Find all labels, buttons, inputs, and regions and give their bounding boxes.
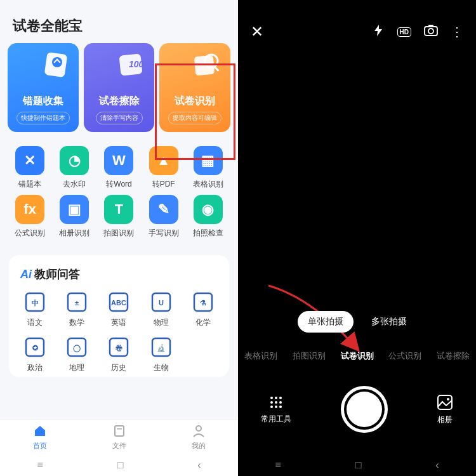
subjects-grid: 中语文±数学ABC英语U物理⚗化学✪政治◯地理卷历史🔬生物 — [15, 291, 223, 373]
tool-item-6[interactable]: ▣相册识别 — [53, 195, 95, 239]
subject-2[interactable]: ABC英语 — [99, 291, 138, 328]
tool-item-7[interactable]: T拍图识别 — [98, 195, 140, 239]
mode-tab-2[interactable]: 试卷识别 — [341, 350, 374, 362]
subject-icon: ABC — [106, 291, 131, 314]
tool-label: 表格识别 — [193, 179, 223, 190]
svg-text:ABC: ABC — [112, 299, 127, 307]
nav-icon — [33, 424, 47, 440]
subject-3[interactable]: U物理 — [142, 291, 181, 328]
nav-item-0[interactable]: 首页 — [0, 420, 79, 454]
subject-label: 生物 — [154, 362, 169, 373]
tool-item-4[interactable]: ▦表格识别 — [187, 146, 229, 190]
svg-text:◯: ◯ — [73, 344, 81, 352]
subject-7[interactable]: 卷历史 — [99, 336, 138, 373]
subject-8[interactable]: 🔬生物 — [142, 336, 181, 373]
section-title-text: 教师问答 — [34, 267, 80, 282]
grid-dots-icon — [268, 395, 284, 410]
subject-icon: U — [149, 291, 174, 314]
more-button[interactable]: ⋮ — [451, 24, 463, 39]
camera-tools: HD ⋮ — [372, 24, 463, 39]
nav-item-2[interactable]: 我的 — [159, 420, 238, 454]
tool-item-2[interactable]: W转Word — [98, 146, 140, 190]
back-icon[interactable]: ‹ — [435, 459, 439, 471]
camera-top-bar: ✕ HD ⋮ — [238, 23, 476, 41]
card-recognize-paper[interactable]: 试卷识别 提取内容可编辑 — [159, 43, 230, 132]
nav-item-1[interactable]: 文件 — [79, 420, 159, 454]
camera-switch-button[interactable] — [424, 25, 438, 39]
eraser-icon: 100 — [111, 51, 147, 79]
tool-label: 拍照检查 — [193, 228, 223, 239]
recents-icon[interactable]: ≡ — [275, 459, 281, 471]
mode-tab-0[interactable]: 表格识别 — [244, 350, 277, 362]
close-button[interactable]: ✕ — [251, 23, 263, 41]
tool-label: 相册识别 — [59, 228, 89, 239]
nav-label: 文件 — [112, 441, 126, 451]
tool-label: 公式识别 — [15, 228, 45, 239]
hd-button[interactable]: HD — [397, 27, 411, 37]
tool-item-3[interactable]: ▲转PDF — [143, 146, 185, 190]
subject-label: 语文 — [27, 317, 43, 328]
tool-item-1[interactable]: ◔去水印 — [53, 146, 95, 190]
svg-point-35 — [279, 397, 282, 399]
common-tools-button[interactable]: 常用工具 — [261, 395, 291, 425]
album-label: 相册 — [437, 414, 453, 425]
album-button[interactable]: 相册 — [437, 394, 453, 425]
home-icon[interactable]: □ — [117, 459, 124, 471]
shot-mode-0[interactable]: 单张拍摄 — [298, 311, 354, 333]
subject-6[interactable]: ◯地理 — [57, 336, 96, 373]
card-error-collect[interactable]: 错题收集 快捷制作错题本 — [8, 43, 79, 132]
gallery-icon — [437, 394, 453, 411]
card-erase-paper[interactable]: 100 试卷擦除 清除手写内容 — [84, 43, 155, 132]
subject-4[interactable]: ⚗化学 — [183, 291, 223, 328]
card-title: 错题收集 — [23, 95, 63, 108]
subject-5[interactable]: ✪政治 — [15, 336, 55, 373]
tool-label: 转Word — [106, 179, 131, 190]
app-home-screen: 试卷全能宝 错题收集 快捷制作错题本 100 试卷擦除 清除手写内容 试卷识别 … — [0, 0, 238, 476]
camera-screen: ✕ HD ⋮ 单张拍摄多张拍摄 表格识别拍图识别试卷识别公式识别试卷擦除 常用工… — [238, 0, 476, 476]
tool-label: 错题本 — [18, 179, 41, 190]
tool-label: 拍图识别 — [103, 228, 134, 239]
tool-item-0[interactable]: ✕错题本 — [9, 146, 51, 190]
card-title: 试卷擦除 — [99, 95, 140, 108]
tool-item-9[interactable]: ◉拍照检查 — [187, 195, 229, 239]
svg-text:⚗: ⚗ — [200, 299, 206, 307]
shot-mode-1[interactable]: 多张拍摄 — [361, 311, 417, 333]
home-icon[interactable]: □ — [355, 459, 362, 471]
system-nav: ≡ □ ‹ — [0, 454, 238, 476]
nav-label: 首页 — [33, 441, 47, 451]
svg-point-38 — [279, 401, 282, 404]
mode-tab-4[interactable]: 试卷擦除 — [437, 350, 470, 362]
ai-qa-section: Ai 教师问答 中语文±数学ABC英语U物理⚗化学✪政治◯地理卷历史🔬生物 — [9, 255, 229, 377]
flash-button[interactable] — [372, 24, 385, 39]
subject-icon: ◯ — [64, 336, 89, 359]
svg-point-37 — [275, 401, 277, 404]
bottom-nav: 首页文件我的 — [0, 419, 238, 454]
svg-rect-6 — [194, 55, 215, 76]
ai-prefix: Ai — [20, 268, 32, 281]
back-icon[interactable]: ‹ — [197, 459, 201, 471]
card-subtitle: 提取内容可编辑 — [168, 112, 221, 124]
shutter-inner — [347, 392, 382, 427]
svg-point-39 — [270, 406, 273, 408]
recents-icon[interactable]: ≡ — [37, 459, 43, 471]
svg-point-34 — [275, 397, 277, 399]
mode-tab-3[interactable]: 公式识别 — [388, 350, 421, 362]
nav-icon — [192, 424, 206, 440]
tool-item-8[interactable]: ✎手写识别 — [143, 195, 185, 239]
tool-label: 手写识别 — [149, 228, 179, 239]
svg-point-36 — [270, 401, 273, 404]
magnifier-icon — [187, 51, 223, 79]
card-subtitle: 清除手写内容 — [96, 112, 143, 124]
shutter-button[interactable] — [341, 386, 388, 433]
subject-icon: ⚗ — [190, 291, 216, 314]
system-nav: ≡ □ ‹ — [238, 454, 476, 476]
svg-point-41 — [279, 406, 282, 408]
tool-item-5[interactable]: fx公式识别 — [9, 195, 51, 239]
svg-text:✪: ✪ — [32, 344, 39, 352]
camera-bottom-bar: 常用工具 相册 — [238, 374, 476, 444]
svg-rect-27 — [115, 426, 124, 436]
svg-rect-8 — [213, 66, 219, 72]
subject-0[interactable]: 中语文 — [15, 291, 55, 328]
mode-tab-1[interactable]: 拍图识别 — [293, 350, 326, 362]
subject-1[interactable]: ±数学 — [57, 291, 96, 328]
